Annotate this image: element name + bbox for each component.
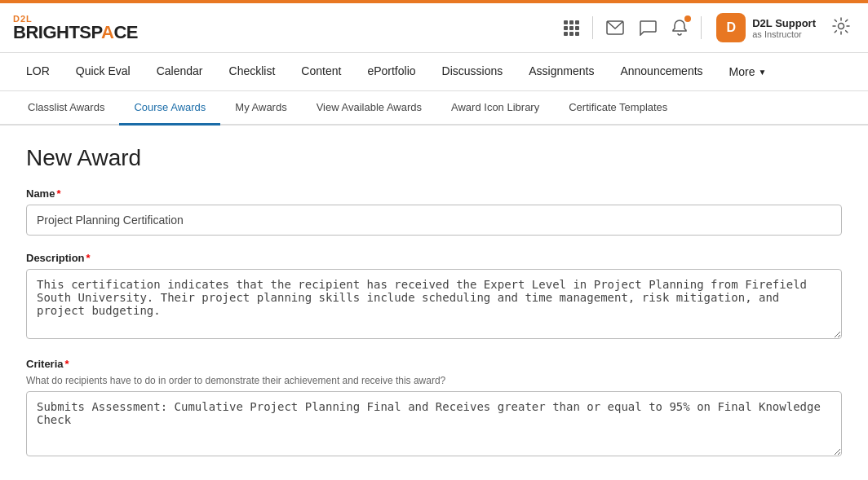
nav-item-calendar[interactable]: Calendar [144, 53, 216, 90]
description-field-group: Description* [26, 252, 842, 341]
page-title: New Award [26, 145, 842, 171]
name-input[interactable] [26, 205, 842, 236]
user-role: as Instructor [752, 29, 816, 39]
nav-item-announcements[interactable]: Announcements [607, 53, 715, 90]
nav-item-discussions[interactable]: Discussions [429, 53, 516, 90]
description-textarea[interactable] [26, 269, 842, 339]
sub-tabs: Classlist Awards Course Awards My Awards… [0, 91, 868, 126]
nav-item-lor[interactable]: LOR [13, 53, 63, 90]
name-label: Name* [26, 187, 842, 200]
nav-more-label: More [729, 65, 755, 78]
nav-item-eportfolio[interactable]: ePortfolio [354, 53, 428, 90]
tab-view-available-awards[interactable]: View Available Awards [302, 91, 436, 126]
name-field-group: Name* [26, 187, 842, 236]
logo-accent: A [101, 22, 113, 42]
nav-more-button[interactable]: More ▼ [716, 54, 780, 90]
user-info: D2L Support as Instructor [752, 17, 816, 39]
criteria-textarea[interactable] [26, 391, 842, 456]
email-icon [606, 20, 624, 35]
tab-classlist-awards[interactable]: Classlist Awards [13, 91, 119, 126]
criteria-field-group: Criteria* What do recipients have to do … [26, 358, 842, 459]
criteria-label: Criteria* [26, 358, 842, 370]
nav-item-assignments[interactable]: Assignments [516, 53, 607, 90]
description-label: Description* [26, 252, 842, 264]
user-name: D2L Support [752, 17, 816, 29]
settings-button[interactable] [827, 12, 855, 44]
grid-icon [564, 20, 579, 36]
header-right: D D2L Support as Instructor [559, 10, 855, 46]
tab-award-icon-library[interactable]: Award Icon Library [436, 91, 554, 126]
chevron-down-icon: ▼ [759, 68, 767, 77]
logo[interactable]: D2L BRIGHTSPACE [13, 15, 138, 42]
main-content: New Award Name* Description* Criteria* W… [0, 126, 868, 480]
avatar: D [716, 13, 746, 42]
email-button[interactable] [601, 15, 629, 40]
notification-wrapper [666, 14, 693, 42]
tab-certificate-templates[interactable]: Certificate Templates [554, 91, 682, 126]
chat-icon [639, 20, 657, 36]
nav-item-quick-eval[interactable]: Quick Eval [63, 53, 144, 90]
nav-item-content[interactable]: Content [288, 53, 354, 90]
grid-menu-button[interactable] [559, 15, 584, 41]
logo-brightspace: BRIGHTSPACE [13, 24, 138, 42]
gear-icon [832, 17, 850, 35]
tab-my-awards[interactable]: My Awards [220, 91, 301, 126]
svg-point-1 [839, 23, 844, 29]
user-button[interactable]: D D2L Support as Instructor [710, 10, 822, 46]
tab-course-awards[interactable]: Course Awards [119, 91, 220, 126]
divider-2 [701, 16, 702, 39]
chat-button[interactable] [634, 15, 662, 41]
criteria-hint: What do recipients have to do in order t… [26, 375, 842, 386]
main-nav: LOR Quick Eval Calendar Checklist Conten… [0, 53, 868, 91]
nav-item-checklist[interactable]: Checklist [216, 53, 289, 90]
header: D2L BRIGHTSPACE [0, 3, 868, 53]
divider-1 [592, 16, 593, 39]
